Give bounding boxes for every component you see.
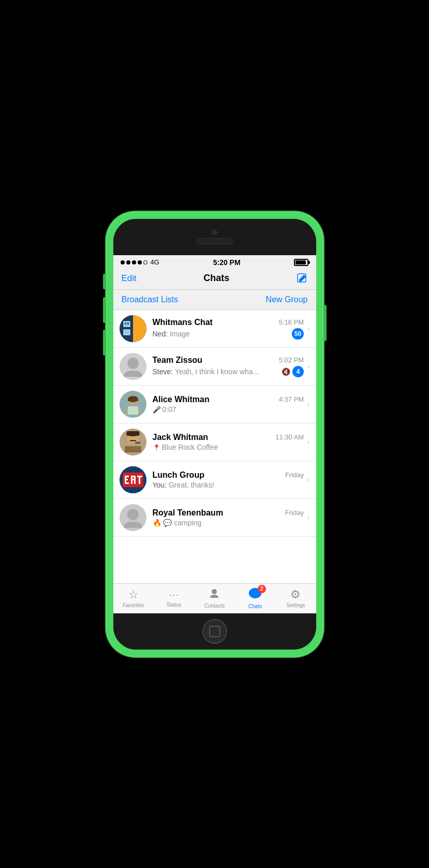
avatar-teamzissou — [120, 353, 146, 380]
chat-bottom-row-whitmans: Ned: Image 50 — [153, 328, 304, 340]
phone-bottom-area — [113, 613, 316, 650]
chat-preview-royal: 🔥 💬 camping — [153, 519, 301, 527]
status-bar: 4G 5:20 PM — [113, 255, 316, 269]
svg-rect-31 — [139, 477, 140, 484]
chat-top-row-royal: Royal Tenenbaum Friday — [153, 508, 304, 518]
svg-point-11 — [128, 396, 138, 402]
svg-rect-17 — [127, 431, 139, 436]
chevron-royal: › — [307, 513, 309, 522]
compose-button[interactable] — [297, 273, 308, 284]
chat-time-teamzissou: 5:02 PM — [279, 356, 304, 364]
chat-bottom-row-jack: 📍Blue Rock Coffee — [153, 443, 304, 451]
volume-up-button[interactable] — [103, 297, 106, 323]
avatar-jack — [120, 429, 146, 455]
chat-item-lunch[interactable]: Lunch Group Friday You: Great, thanks! › — [113, 461, 316, 499]
whitmans-avatar-image — [120, 315, 146, 342]
svg-rect-28 — [131, 476, 136, 477]
chat-item-teamzissou[interactable]: Team Zissou 5:02 PM Steve: Yeah, I think… — [113, 348, 316, 386]
tab-favorites[interactable]: ☆ Favorites — [121, 588, 146, 608]
chat-badges-teamzissou: 🔇 4 — [282, 366, 304, 377]
avatar-royal — [120, 504, 146, 531]
chat-preview-lunch: You: Great, thanks! — [153, 481, 301, 489]
chat-item-royal[interactable]: Royal Tenenbaum Friday 🔥 💬 camping — [113, 499, 316, 537]
chat-name-lunch: Lunch Group — [153, 470, 204, 480]
phone-frame: 4G 5:20 PM Edit Chats — [106, 212, 323, 657]
tab-contacts[interactable]: Contacts — [201, 587, 227, 609]
chat-preview-whitmans: Ned: Image — [153, 330, 289, 338]
chat-top-row-jack: Jack Whitman 11:30 AM — [153, 433, 304, 442]
svg-rect-24 — [125, 479, 128, 480]
svg-rect-30 — [137, 476, 142, 477]
chat-time-alice: 4:37 PM — [279, 395, 304, 403]
chat-item-whitmans[interactable]: Whitmans Chat 5:16 PM Ned: Image 50 — [113, 310, 316, 348]
chevron-teamzissou: › — [307, 362, 309, 371]
new-group-button[interactable]: New Group — [266, 295, 308, 304]
svg-rect-12 — [128, 406, 138, 415]
mute-icon-teamzissou: 🔇 — [282, 367, 290, 376]
chats-header: Edit Chats — [113, 269, 316, 290]
lunch-avatar-image — [120, 466, 146, 493]
jack-avatar-image — [120, 429, 146, 455]
alice-avatar-image — [120, 391, 146, 418]
home-button[interactable] — [202, 619, 227, 644]
svg-rect-25 — [125, 482, 129, 484]
chats-tab-badge: 2 — [258, 585, 266, 593]
signal-dot-2 — [126, 260, 130, 264]
status-icon: ⋯ — [169, 589, 179, 601]
phone-top-area — [113, 219, 316, 255]
tab-chats-label: Chats — [248, 604, 262, 609]
tab-status[interactable]: ⋯ Status — [161, 589, 187, 608]
chat-time-jack: 11:30 AM — [275, 433, 304, 441]
tab-settings-label: Settings — [286, 602, 305, 608]
sub-header: Broadcast Lists New Group — [113, 290, 316, 310]
chat-content-whitmans: Whitmans Chat 5:16 PM Ned: Image 50 — [153, 318, 304, 340]
chat-name-royal: Royal Tenenbaum — [153, 508, 224, 518]
tab-favorites-label: Favorites — [123, 602, 144, 608]
favorites-icon: ☆ — [128, 588, 139, 601]
network-type: 4G — [151, 258, 159, 266]
chat-content-jack: Jack Whitman 11:30 AM 📍Blue Rock Coffee — [153, 433, 304, 451]
tab-settings[interactable]: ⚙ Settings — [283, 588, 308, 608]
svg-rect-3 — [124, 321, 130, 327]
location-icon: 📍 — [153, 444, 160, 451]
chat-bottom-row-royal: 🔥 💬 camping — [153, 519, 304, 527]
settings-icon: ⚙ — [290, 588, 301, 601]
teamzissou-avatar-image — [120, 353, 146, 380]
tab-bar: ☆ Favorites ⋯ Status Contacts — [113, 583, 316, 613]
chevron-whitmans: › — [307, 324, 309, 333]
svg-rect-23 — [125, 476, 129, 477]
status-time: 5:20 PM — [213, 258, 241, 267]
chat-bottom-row-alice: 🎤0:07 — [153, 405, 304, 414]
emoji-bubble: 💬 — [163, 519, 172, 527]
svg-rect-33 — [120, 466, 146, 472]
page-title: Chats — [203, 273, 229, 284]
svg-rect-29 — [131, 479, 136, 480]
camera — [212, 230, 217, 235]
svg-rect-4 — [125, 322, 126, 325]
chat-bottom-row-teamzissou: Steve: Yeah, I think I know wha... 🔇 4 — [153, 366, 304, 377]
chat-top-row-teamzissou: Team Zissou 5:02 PM — [153, 356, 304, 365]
chat-content-lunch: Lunch Group Friday You: Great, thanks! — [153, 470, 304, 489]
chat-content-royal: Royal Tenenbaum Friday 🔥 💬 camping — [153, 508, 304, 527]
mute-button[interactable] — [103, 274, 106, 289]
tab-contacts-label: Contacts — [204, 603, 225, 609]
edit-button[interactable]: Edit — [122, 273, 137, 284]
chevron-lunch: › — [307, 475, 309, 484]
broadcast-lists-button[interactable]: Broadcast Lists — [122, 295, 178, 304]
chat-item-alice[interactable]: Alice Whitman 4:37 PM 🎤0:07 › — [113, 386, 316, 423]
tab-status-label: Status — [167, 602, 181, 608]
svg-point-8 — [127, 358, 139, 369]
chat-name-jack: Jack Whitman — [153, 433, 209, 442]
tab-chats[interactable]: 2 Chats — [242, 587, 268, 609]
power-button[interactable] — [323, 305, 327, 341]
chat-top-row-alice: Alice Whitman 4:37 PM — [153, 395, 304, 404]
chat-content-teamzissou: Team Zissou 5:02 PM Steve: Yeah, I think… — [153, 356, 304, 377]
chat-item-jack[interactable]: Jack Whitman 11:30 AM 📍Blue Rock Coffee … — [113, 423, 316, 461]
signal-dot-1 — [121, 260, 125, 264]
volume-down-button[interactable] — [103, 330, 106, 356]
svg-rect-2 — [120, 315, 133, 342]
chat-time-royal: Friday — [285, 509, 304, 517]
screen: 4G 5:20 PM Edit Chats — [113, 255, 316, 613]
chat-time-whitmans: 5:16 PM — [279, 318, 304, 326]
battery-fill — [295, 260, 306, 264]
